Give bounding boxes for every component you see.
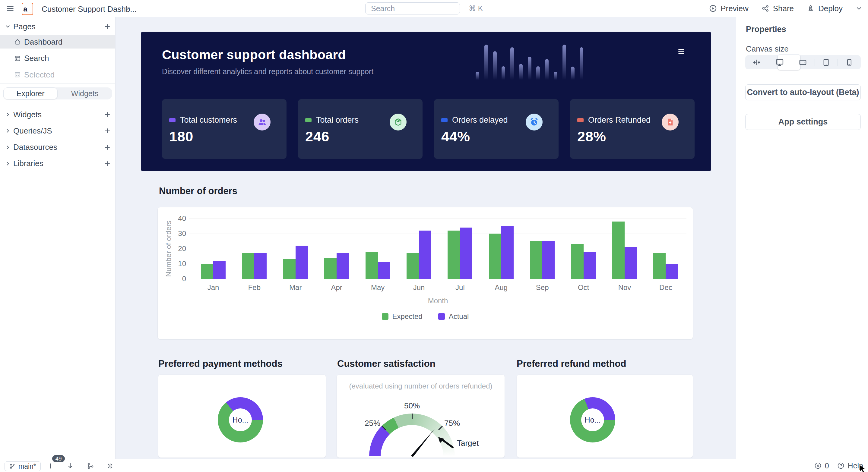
bar-expected[interactable] [324, 258, 337, 279]
bar-actual[interactable] [625, 247, 637, 279]
add-page-button[interactable] [104, 23, 111, 30]
chevron-right-icon[interactable] [5, 128, 11, 134]
settings-gear-icon[interactable] [106, 462, 114, 470]
satisfaction-gauge-chart[interactable]: (evaluated using number of orders refund… [337, 375, 504, 458]
help-button[interactable]: Help [837, 462, 863, 470]
errors-indicator[interactable]: 0 [814, 462, 829, 470]
bar-expected[interactable] [366, 252, 378, 279]
pages-header[interactable]: Pages [0, 21, 115, 33]
refund-method-donut-chart[interactable]: Ho... [517, 375, 693, 458]
sidebar-item-selected[interactable]: Selected [0, 68, 115, 81]
add-icon[interactable] [104, 144, 111, 151]
bar-actual[interactable] [378, 262, 390, 279]
x-tick-label: Jun [405, 283, 433, 292]
bar-expected[interactable] [489, 234, 501, 279]
bar-expected[interactable] [242, 253, 254, 279]
decorative-bar [519, 64, 523, 80]
bar-expected[interactable] [571, 244, 584, 279]
bar-actual[interactable] [460, 228, 472, 279]
x-tick-label: Aug [488, 283, 515, 292]
menu-icon[interactable] [677, 47, 686, 55]
bar-expected[interactable] [201, 264, 213, 279]
bar-actual[interactable] [665, 264, 678, 279]
decorative-bar [562, 45, 566, 80]
tablet-portrait-icon[interactable] [815, 55, 838, 69]
hamburger-menu-icon[interactable] [6, 4, 14, 13]
add-icon[interactable] [104, 111, 111, 118]
global-search[interactable]: ⌘ K [365, 2, 460, 14]
sidebar-section-queries-js[interactable]: Queries/JS [0, 125, 115, 137]
app-logo[interactable]: a_ [22, 3, 33, 15]
bar-expected[interactable] [653, 253, 665, 279]
x-tick-label: Mar [282, 283, 309, 292]
chevron-right-icon[interactable] [5, 161, 11, 167]
bar-actual[interactable] [419, 231, 431, 279]
bar-actual[interactable] [213, 261, 226, 279]
git-merge-icon[interactable] [87, 462, 94, 470]
add-icon[interactable] [46, 462, 54, 470]
bar-expected[interactable] [283, 259, 296, 279]
bar-actual[interactable] [337, 253, 349, 279]
mouse-cursor [860, 465, 867, 472]
tab-widgets[interactable]: Widgets [58, 88, 112, 99]
legend-label: Expected [392, 312, 423, 321]
hero-container[interactable]: Customer support dashboard Discover diff… [141, 32, 711, 171]
fluid-width-icon[interactable] [745, 55, 768, 69]
orders-bar-chart[interactable]: Number of orders 403020100JanFebMarAprMa… [158, 207, 693, 339]
chevron-right-icon[interactable] [5, 111, 11, 117]
bar-actual[interactable] [501, 226, 514, 279]
add-icon[interactable] [104, 127, 111, 134]
stat-card-total-orders[interactable]: Total orders246 [298, 99, 423, 159]
stat-card-orders-refunded[interactable]: Orders Refunded28% [570, 99, 694, 159]
bar-actual[interactable] [542, 241, 555, 279]
app-settings-button[interactable]: App settings [745, 114, 861, 130]
sidebar-item-dashboard[interactable]: Dashboard [0, 35, 115, 48]
chevron-down-icon[interactable] [5, 24, 11, 30]
gridline [189, 279, 686, 279]
share-icon [761, 4, 770, 13]
bar-expected[interactable] [447, 231, 460, 279]
legend-label: Actual [449, 312, 469, 321]
add-icon[interactable] [104, 160, 111, 167]
tablet-landscape-icon[interactable] [792, 55, 814, 69]
bar-expected[interactable] [612, 222, 625, 279]
bar-expected[interactable] [530, 241, 542, 279]
decorative-bar [493, 51, 497, 80]
sidebar-section-datasources[interactable]: Datasources [0, 141, 115, 154]
chevron-right-icon[interactable] [5, 144, 11, 150]
sidebar-item-search[interactable]: Search [0, 52, 115, 65]
sidebar-section-libraries[interactable]: Libraries [0, 158, 115, 170]
legend-item[interactable]: Expected [382, 312, 423, 321]
deploy-menu-chevron-icon[interactable] [855, 5, 863, 12]
chevron-down-icon[interactable] [124, 5, 131, 12]
convert-auto-layout-button[interactable]: Convert to auto-layout (Beta) [745, 85, 861, 100]
desktop-icon[interactable] [768, 55, 791, 69]
y-tick-label: 40 [168, 214, 186, 223]
sidebar-section-widgets[interactable]: Widgets [0, 108, 115, 121]
play-circle-icon [709, 4, 717, 13]
deploy-button[interactable]: Deploy [806, 4, 843, 13]
app-title[interactable]: Customer Support Dashb... [42, 4, 136, 14]
hero-title: Customer support dashboard [162, 47, 346, 62]
share-button[interactable]: Share [761, 4, 794, 13]
decorative-bar [484, 45, 488, 80]
bar-actual[interactable] [584, 252, 596, 279]
git-branch-button[interactable]: main* [4, 462, 41, 471]
bar-actual[interactable] [296, 246, 308, 279]
legend-item[interactable]: Actual [438, 312, 469, 321]
bar-actual[interactable] [254, 253, 267, 279]
bar-expected[interactable] [407, 253, 419, 279]
decorative-bar [476, 72, 479, 80]
search-input[interactable] [370, 4, 469, 13]
payment-methods-donut-chart[interactable]: Ho... [158, 375, 326, 458]
stat-card-orders-delayed[interactable]: Orders delayed44% [434, 99, 559, 159]
tab-explorer[interactable]: Explorer [3, 88, 58, 99]
pull-arrow-down-icon[interactable] [66, 462, 74, 470]
target-marker-icon [435, 436, 455, 449]
preview-button[interactable]: Preview [709, 4, 748, 13]
x-tick-label: Sep [529, 283, 556, 292]
x-axis-title: Month [428, 297, 448, 305]
stat-card-total-customers[interactable]: Total customers180 [162, 99, 286, 159]
question-circle-icon [837, 462, 845, 470]
mobile-icon[interactable] [838, 55, 861, 69]
